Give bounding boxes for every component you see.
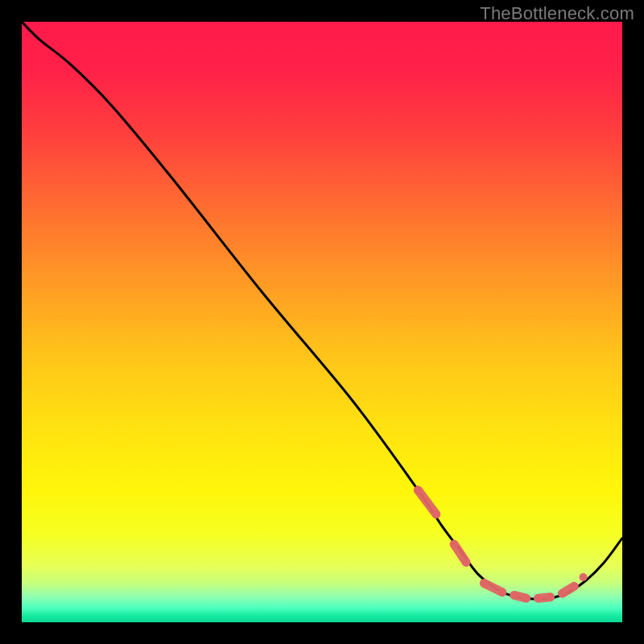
watermark-text: TheBottleneck.com (480, 3, 634, 24)
marker-segment (418, 490, 436, 514)
marker-dot (535, 594, 543, 602)
marker-dot (522, 594, 530, 602)
marker-dot (498, 588, 506, 597)
marker-dot (558, 589, 566, 597)
plot-area (22, 22, 622, 622)
marker-dot (580, 573, 588, 581)
marker-dot (510, 591, 518, 599)
curve-layer (22, 22, 622, 622)
marker-dot (414, 486, 422, 494)
chart-stage: TheBottleneck.com (0, 0, 644, 644)
marker-dot (450, 540, 458, 548)
marker-dot (432, 510, 440, 518)
marker-dot (570, 582, 578, 590)
bottleneck-curve (22, 22, 622, 599)
marker-dot (480, 580, 488, 588)
marker-group (414, 486, 587, 602)
marker-dot (546, 593, 554, 601)
marker-dot (462, 558, 470, 566)
